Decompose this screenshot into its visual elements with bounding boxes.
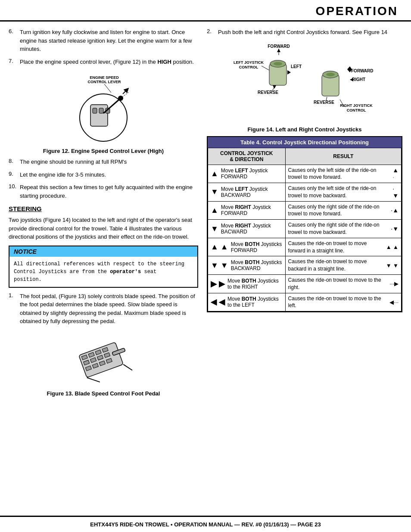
svg-marker-48 xyxy=(350,78,353,81)
page-header: OPERATION xyxy=(0,0,411,22)
result-cell: Causes only the right side of the ride-o… xyxy=(285,201,401,220)
fig13-caption: Figure 13. Blade Speed Control Foot Peda… xyxy=(9,390,198,397)
main-content: 6. Turn ignition key fully clockwise and… xyxy=(0,22,411,407)
item-2-text: Push both the left and right Control Joy… xyxy=(218,28,402,37)
notice-bold: operator's xyxy=(110,269,141,275)
list-item-9: 9. Let the engine idle for 3-5 minutes. xyxy=(9,171,198,179)
item-2-num: 2. xyxy=(207,28,215,37)
result-cell: Causes the ride-on trowel to move backar… xyxy=(285,256,401,275)
svg-text:FORWARD: FORWARD xyxy=(351,68,373,73)
svg-marker-30 xyxy=(277,49,280,52)
result-cell: Causes the ride-on trowel to move to the… xyxy=(285,293,401,311)
engine-figure: ENGINE SPEED CONTROL LEVER xyxy=(9,70,198,143)
table-row: ▲ Move RIGHT Joystick FORWARD Causes onl… xyxy=(208,201,402,220)
item-7-before: Place the engine speed control lever, (F… xyxy=(20,59,157,65)
right-column: 2. Push both the left and right Control … xyxy=(207,28,402,400)
direction-cell: ▲ ▲ Move BOTH Joysticks FORWARD xyxy=(208,238,286,256)
table-header-row: CONTROL JOYSTICK & DIRECTION RESULT xyxy=(208,148,402,165)
table-row: ▲ ▲ Move BOTH Joysticks FORWARD Causes t… xyxy=(208,238,402,256)
item-8-num: 8. xyxy=(9,158,17,166)
svg-rect-3 xyxy=(99,108,103,113)
result-cell: Causes the ride-on trowel to move forwar… xyxy=(285,238,401,256)
item-8-text: The engine should be running at full RPM… xyxy=(20,158,198,166)
svg-marker-41 xyxy=(287,70,291,75)
svg-line-11 xyxy=(104,84,111,93)
svg-rect-12 xyxy=(79,342,123,377)
table-4-title: Table 4. Control Joystick Directional Po… xyxy=(208,137,402,148)
item-9-num: 9. xyxy=(9,171,17,179)
col-direction-header: CONTROL JOYSTICK & DIRECTION xyxy=(208,148,286,165)
joystick-diagram-svg: FORWARD LEFT JOYSTICK CONTROL REVERSE xyxy=(223,40,386,126)
item-7-text: Place the engine speed control lever, (F… xyxy=(20,58,198,66)
engine-diagram-svg: ENGINE SPEED CONTROL LEVER xyxy=(60,70,146,143)
list-item-1: 1. The foot pedal, (Figure 13) solely co… xyxy=(9,292,198,326)
svg-line-7 xyxy=(123,90,127,94)
svg-rect-1 xyxy=(90,105,108,126)
col-result-header: RESULT xyxy=(285,148,401,165)
svg-line-33 xyxy=(262,66,269,70)
list-item-6: 6. Turn ignition key fully clockwise and… xyxy=(9,28,198,53)
svg-text:ENGINE SPEED: ENGINE SPEED xyxy=(90,75,119,80)
fig14-caption: Figure 14. Left and Right Control Joysti… xyxy=(207,126,402,133)
left-column: 6. Turn ignition key fully clockwise and… xyxy=(9,28,198,400)
steering-heading: STEERING xyxy=(9,205,198,212)
table-4: Table 4. Control Joystick Directional Po… xyxy=(207,136,402,313)
item-7-num: 7. xyxy=(9,58,17,66)
item-1-text: The foot pedal, (Figure 13) solely contr… xyxy=(20,292,198,326)
svg-rect-2 xyxy=(93,108,97,113)
fig12-caption: Figure 12. Engine Speed Control Lever (H… xyxy=(9,148,198,154)
list-item-8: 8. The engine should be running at full … xyxy=(9,158,198,166)
svg-text:REVERSE: REVERSE xyxy=(314,100,334,105)
svg-text:REVERSE: REVERSE xyxy=(258,90,278,95)
svg-text:RIGHT: RIGHT xyxy=(352,77,365,82)
direction-cell: ▶ ▶ Move BOTH Joysticks to the RIGHT xyxy=(208,275,286,293)
result-cell: Causes the ride-on trowel to move to the… xyxy=(285,275,401,293)
table-row: ▼ ▼ Move BOTH Joysticks BACKWARD Causes … xyxy=(208,256,402,275)
page-title: OPERATION xyxy=(316,4,398,18)
table-row: ▼ Move RIGHT Joystick BACWARD Causes onl… xyxy=(208,220,402,238)
table-row: ◀ ◀ Move BOTH Joysticks to the LEFT Caus… xyxy=(208,293,402,311)
result-cell: Causes only the right side of the ride-o… xyxy=(285,220,401,238)
item-9-text: Let the engine idle for 3-5 minutes. xyxy=(20,171,198,179)
svg-point-45 xyxy=(326,73,335,76)
direction-cell: ▼ Move RIGHT Joystick BACWARD xyxy=(208,220,286,238)
item-10-num: 10. xyxy=(9,183,17,200)
table-row: ▲ Move LEFT Joystick FORWARD Causes only… xyxy=(208,165,402,183)
steering-text: Two joysticks (Figure 14) located to the… xyxy=(9,216,198,241)
page: OPERATION 6. Turn ignition key fully clo… xyxy=(0,0,411,532)
page-footer: EHTX44Y5 RIDE-ON TROWEL • OPERATION MANU… xyxy=(0,516,411,532)
list-item-2: 2. Push both the left and right Control … xyxy=(207,28,402,37)
table-body: ▲ Move LEFT Joystick FORWARD Causes only… xyxy=(208,165,402,311)
svg-text:CONTROL: CONTROL xyxy=(347,108,366,112)
svg-marker-39 xyxy=(273,85,276,89)
svg-point-36 xyxy=(274,62,282,65)
col1-label: CONTROL JOYSTICK & DIRECTION xyxy=(220,150,273,162)
footer-text: EHTX44Y5 RIDE-ON TROWEL • OPERATION MANU… xyxy=(90,521,321,528)
list-item-7: 7. Place the engine speed control lever,… xyxy=(9,58,198,66)
item-7-bold: HIGH xyxy=(157,59,171,65)
pedal-figure xyxy=(9,330,198,386)
direction-cell: ▼ ▼ Move BOTH Joysticks BACKWARD xyxy=(208,256,286,275)
svg-text:RIGHT JOYSTICK: RIGHT JOYSTICK xyxy=(340,103,373,108)
item-1-num: 1. xyxy=(9,292,17,326)
result-cell: Causes only the left side of the ride-on… xyxy=(285,183,401,202)
svg-text:CONTROL LEVER: CONTROL LEVER xyxy=(88,80,121,84)
item-7-after: position. xyxy=(171,59,194,65)
svg-text:LEFT: LEFT xyxy=(291,64,302,69)
table-row: ▼ Move LEFT Joystick BACKWARD Causes onl… xyxy=(208,183,402,202)
table-row: ▶ ▶ Move BOTH Joysticks to the RIGHT Cau… xyxy=(208,275,402,293)
direction-cell: ▼ Move LEFT Joystick BACKWARD xyxy=(208,183,286,202)
direction-cell: ▲ Move LEFT Joystick FORWARD xyxy=(208,165,286,183)
direction-cell: ◀ ◀ Move BOTH Joysticks to the LEFT xyxy=(208,293,286,311)
item-10-text: Repeat this section a few times to get f… xyxy=(20,183,198,200)
direction-cell: ▲ Move RIGHT Joystick FORWARD xyxy=(208,201,286,220)
svg-text:CONTROL: CONTROL xyxy=(239,65,258,69)
item-6-text: Turn ignition key fully clockwise and li… xyxy=(20,28,198,53)
svg-text:LEFT JOYSTICK: LEFT JOYSTICK xyxy=(234,60,264,65)
notice-body: All directional references with respect … xyxy=(9,257,197,287)
notice-header: NOTICE xyxy=(9,246,197,257)
result-cell: Causes only the left side of the ride-on… xyxy=(285,165,401,183)
joystick-figure: FORWARD LEFT JOYSTICK CONTROL REVERSE xyxy=(207,40,402,126)
notice-box: NOTICE All directional references with r… xyxy=(9,246,198,288)
pedal-svg xyxy=(69,330,138,386)
